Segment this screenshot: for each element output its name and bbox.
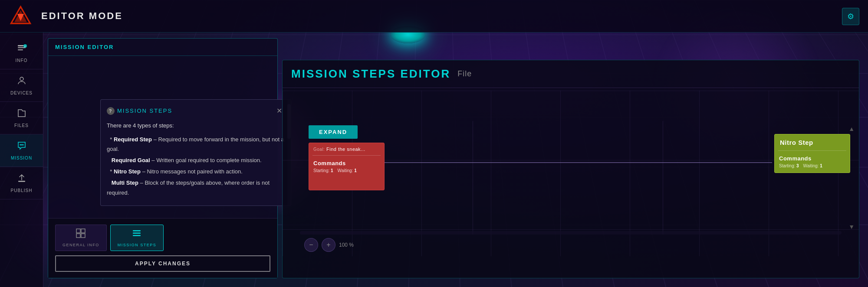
header-title: EDITOR MODE [41, 10, 123, 22]
sidebar-item-info-label: INFO [16, 58, 28, 63]
mission-editor-title: MISSION EDITOR [55, 44, 114, 50]
nitro-step-card[interactable]: Nitro Step Commands Starting: 3 Waiting:… [774, 134, 850, 173]
zoom-level-display: 100 % [339, 242, 354, 248]
canvas-bottom-bar [300, 231, 842, 235]
nitro-card-divider [778, 150, 846, 151]
general-info-icon [76, 228, 85, 240]
goal-starting: Starting: 1 [313, 168, 333, 173]
mission-editor-panel-header: MISSION EDITOR [48, 39, 277, 56]
svg-rect-5 [18, 49, 23, 50]
logo [9, 4, 33, 28]
apply-changes-button[interactable]: APPLY CHANGES [55, 255, 270, 272]
help-popup: ? MISSION STEPS ✕ There are 4 types of s… [100, 99, 291, 206]
svg-point-11 [22, 144, 23, 146]
goal-card-stats: Starting: 1 Waiting: 1 [313, 168, 380, 173]
help-step-2: Required Goal – Written goal required to… [107, 156, 285, 165]
sidebar-item-mission-label: MISSION [11, 156, 32, 160]
help-step-1: * Required Step – Required to move forwa… [107, 135, 285, 154]
tab-general-info-label: GENERAL INFO [62, 243, 99, 247]
goal-label: Goal: [313, 147, 325, 152]
goal-card-body: Commands Starting: 1 Waiting: 1 [309, 157, 384, 176]
nitro-starting: Starting: 3 [779, 163, 799, 168]
expand-button[interactable]: EXPAND [309, 125, 358, 139]
tab-mission-steps-label: MISSION STEPS [118, 243, 157, 247]
mission-icon [16, 140, 27, 153]
zoom-out-button[interactable]: − [304, 238, 318, 252]
main-editor-title: MISSION STEPS EDITOR [291, 67, 450, 81]
svg-text:i: i [24, 45, 26, 48]
help-step-3: * Nitro Step – Nitro messages not paired… [107, 167, 285, 176]
sidebar-item-publish[interactable]: PUBLISH [0, 167, 43, 199]
sidebar-item-files-label: FILES [14, 123, 29, 128]
tab-mission-steps-button[interactable]: MISSION STEPS [110, 225, 164, 251]
help-popup-content: There are 4 types of steps: * Required S… [107, 121, 285, 198]
help-popup-title: ? MISSION STEPS [107, 107, 172, 115]
publish-icon [16, 173, 27, 186]
main-editor-header: MISSION STEPS EDITOR File [283, 60, 859, 88]
goal-card-commands: Commands [313, 160, 380, 166]
sidebar-item-devices-label: DEVICES [10, 91, 33, 95]
help-popup-title-text: MISSION STEPS [117, 108, 172, 114]
sidebar-item-info[interactable]: i INFO [0, 37, 43, 69]
panel-footer: GENERAL INFO MISSION STEPS APPLY CHANGES [48, 218, 277, 278]
sidebar-item-mission[interactable]: MISSION [0, 134, 43, 167]
info-icon: i [16, 43, 27, 55]
tab-buttons: GENERAL INFO MISSION STEPS [55, 225, 270, 251]
goal-card-divider [312, 155, 381, 156]
nitro-card-body: Commands Starting: 3 Waiting: 1 [775, 153, 850, 172]
help-question-icon: ? [107, 107, 115, 115]
help-intro-text: There are 4 types of steps: [107, 121, 285, 130]
mission-steps-icon [132, 228, 141, 240]
zoom-in-button[interactable]: + [322, 238, 335, 252]
files-icon [16, 108, 27, 121]
sidebar-item-files[interactable]: FILES [0, 102, 43, 134]
header: EDITOR MODE ⚙ [0, 0, 868, 33]
svg-rect-14 [81, 229, 85, 233]
canvas-scroll-down[interactable]: ▼ [848, 223, 855, 230]
svg-rect-19 [133, 235, 141, 236]
help-popup-header: ? MISSION STEPS ✕ [107, 106, 285, 116]
svg-rect-12 [18, 181, 25, 182]
svg-rect-13 [76, 229, 80, 233]
goal-value: Find the sneak... [326, 147, 365, 152]
canvas-scroll-up[interactable]: ▲ [848, 125, 855, 132]
svg-rect-16 [81, 234, 85, 238]
nitro-waiting: Waiting: 1 [803, 163, 822, 168]
sidebar-item-publish-label: PUBLISH [11, 188, 33, 193]
sidebar: i INFO DEVICES FILES [0, 33, 43, 287]
mission-editor-panel: MISSION EDITOR ? MISSION STEPS ✕ There a… [48, 38, 278, 278]
main-steps-editor: MISSION STEPS EDITOR File EXPAND Goal: F… [282, 60, 859, 278]
goal-waiting: Waiting: 1 [338, 168, 357, 173]
nitro-card-stats: Starting: 3 Waiting: 1 [779, 163, 845, 168]
canvas-vline-2 [663, 121, 663, 235]
canvas-area[interactable]: EXPAND Goal: Find the sneak... Commands … [283, 91, 859, 256]
goal-step-card[interactable]: Goal: Find the sneak... Commands Startin… [309, 143, 385, 190]
help-step-4: Multi Step – Block of the steps/goals ab… [107, 178, 285, 197]
settings-button[interactable]: ⚙ [842, 8, 859, 25]
svg-rect-17 [133, 230, 141, 232]
svg-point-10 [21, 144, 22, 146]
svg-point-9 [20, 144, 21, 146]
connection-line [385, 162, 772, 163]
nitro-card-name: Nitro Step [775, 134, 850, 149]
main-editor-subtitle: File [457, 69, 472, 78]
zoom-controls: − + 100 % [304, 238, 354, 252]
svg-point-8 [20, 77, 23, 81]
devices-icon [16, 75, 27, 88]
svg-rect-15 [76, 234, 80, 238]
tab-general-info-button[interactable]: GENERAL INFO [55, 225, 107, 251]
goal-card-header: Goal: Find the sneak... [309, 143, 384, 153]
svg-rect-18 [133, 233, 141, 234]
sidebar-item-devices[interactable]: DEVICES [0, 69, 43, 102]
canvas-vline-1 [473, 121, 473, 235]
nitro-card-commands: Commands [779, 155, 845, 162]
